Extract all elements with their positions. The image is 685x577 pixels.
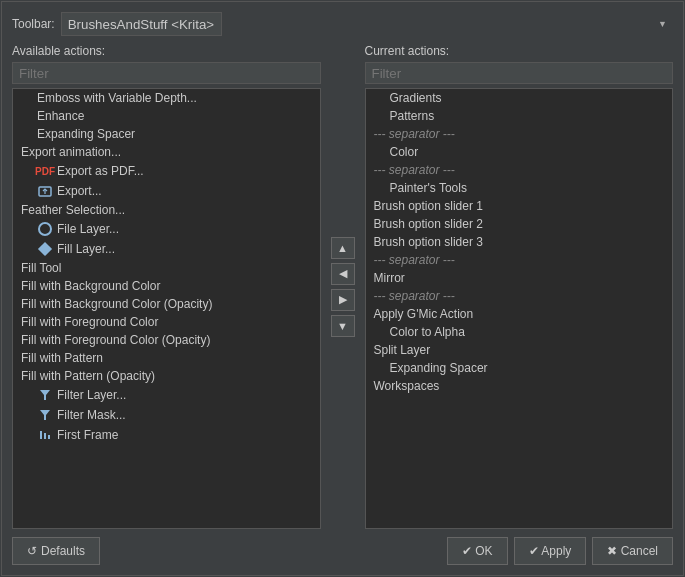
svg-rect-6 bbox=[48, 435, 50, 439]
list-item[interactable]: Expanding Spacer bbox=[366, 359, 673, 377]
move-right-button[interactable]: ▶ bbox=[331, 289, 355, 311]
list-item[interactable]: PDFExport as PDF... bbox=[13, 161, 320, 181]
list-item[interactable]: Filter Mask... bbox=[13, 405, 320, 425]
list-item[interactable]: Fill with Background Color (Opacity) bbox=[13, 295, 320, 313]
filter-icon bbox=[37, 407, 53, 423]
action-buttons: ✔ OK ✔ Apply ✖ Cancel bbox=[447, 537, 673, 565]
list-item[interactable]: Fill with Foreground Color (Opacity) bbox=[13, 331, 320, 349]
available-column: Available actions: Emboss with Variable … bbox=[12, 44, 321, 529]
list-item[interactable]: Fill with Foreground Color bbox=[13, 313, 320, 331]
list-item[interactable]: Painter's Tools bbox=[366, 179, 673, 197]
list-item[interactable]: Color bbox=[366, 143, 673, 161]
ok-button[interactable]: ✔ OK bbox=[447, 537, 508, 565]
separator-item: --- separator --- bbox=[366, 287, 673, 305]
current-filter[interactable] bbox=[365, 62, 674, 84]
list-item[interactable]: Emboss with Variable Depth... bbox=[13, 89, 320, 107]
bottom-row: ↺ Defaults ✔ OK ✔ Apply ✖ Cancel bbox=[12, 537, 673, 565]
list-item[interactable]: File Layer... bbox=[13, 219, 320, 239]
columns-area: Available actions: Emboss with Variable … bbox=[12, 44, 673, 529]
file-layer-icon bbox=[37, 221, 53, 237]
defaults-button[interactable]: ↺ Defaults bbox=[12, 537, 100, 565]
toolbar-row: Toolbar: BrushesAndStuff <Krita> bbox=[12, 12, 673, 36]
middle-controls: ▲ ◀ ▶ ▼ bbox=[329, 44, 357, 529]
pdf-icon: PDF bbox=[37, 163, 53, 179]
list-item[interactable]: Filter Layer... bbox=[13, 385, 320, 405]
list-item[interactable]: Workspaces bbox=[366, 377, 673, 395]
bar-icon bbox=[37, 427, 53, 443]
svg-marker-2 bbox=[40, 390, 50, 400]
defaults-label: Defaults bbox=[41, 544, 85, 558]
current-list[interactable]: GradientsPatterns--- separator ---Color-… bbox=[365, 88, 674, 529]
cancel-button[interactable]: ✖ Cancel bbox=[592, 537, 673, 565]
list-item[interactable]: Fill Layer... bbox=[13, 239, 320, 259]
current-label: Current actions: bbox=[365, 44, 674, 58]
separator-item: --- separator --- bbox=[366, 161, 673, 179]
list-item[interactable]: Export... bbox=[13, 181, 320, 201]
move-left-button[interactable]: ◀ bbox=[331, 263, 355, 285]
move-up-button[interactable]: ▲ bbox=[331, 237, 355, 259]
toolbar-label: Toolbar: bbox=[12, 17, 55, 31]
list-item[interactable]: Enhance bbox=[13, 107, 320, 125]
separator-item: --- separator --- bbox=[366, 125, 673, 143]
apply-button[interactable]: ✔ Apply bbox=[514, 537, 587, 565]
list-item[interactable]: Expanding Spacer bbox=[13, 125, 320, 143]
fill-layer-icon bbox=[37, 241, 53, 257]
svg-marker-3 bbox=[40, 410, 50, 420]
available-label: Available actions: bbox=[12, 44, 321, 58]
list-item[interactable]: Split Layer bbox=[366, 341, 673, 359]
list-item[interactable]: Apply G'Mic Action bbox=[366, 305, 673, 323]
toolbar-select[interactable]: BrushesAndStuff <Krita> bbox=[61, 12, 222, 36]
export-icon bbox=[37, 183, 53, 199]
list-item[interactable]: Brush option slider 3 bbox=[366, 233, 673, 251]
list-item[interactable]: Patterns bbox=[366, 107, 673, 125]
list-item[interactable]: Fill with Background Color bbox=[13, 277, 320, 295]
current-column: Current actions: GradientsPatterns--- se… bbox=[365, 44, 674, 529]
configure-toolbars-dialog: Toolbar: BrushesAndStuff <Krita> Availab… bbox=[1, 1, 684, 576]
list-item[interactable]: Fill with Pattern (Opacity) bbox=[13, 367, 320, 385]
toolbar-select-wrapper: BrushesAndStuff <Krita> bbox=[61, 12, 673, 36]
filter-icon bbox=[37, 387, 53, 403]
defaults-icon: ↺ bbox=[27, 544, 37, 558]
list-item[interactable]: Brush option slider 2 bbox=[366, 215, 673, 233]
list-item[interactable]: Fill with Pattern bbox=[13, 349, 320, 367]
list-item[interactable]: Fill Tool bbox=[13, 259, 320, 277]
available-filter[interactable] bbox=[12, 62, 321, 84]
move-down-button[interactable]: ▼ bbox=[331, 315, 355, 337]
list-item[interactable]: Gradients bbox=[366, 89, 673, 107]
svg-rect-4 bbox=[40, 431, 42, 439]
list-item[interactable]: Color to Alpha bbox=[366, 323, 673, 341]
list-item[interactable]: First Frame bbox=[13, 425, 320, 445]
list-item[interactable]: Mirror bbox=[366, 269, 673, 287]
list-item[interactable]: Feather Selection... bbox=[13, 201, 320, 219]
list-item[interactable]: Brush option slider 1 bbox=[366, 197, 673, 215]
separator-item: --- separator --- bbox=[366, 251, 673, 269]
list-item[interactable]: Export animation... bbox=[13, 143, 320, 161]
available-list[interactable]: Emboss with Variable Depth...EnhanceExpa… bbox=[12, 88, 321, 529]
svg-rect-5 bbox=[44, 433, 46, 439]
